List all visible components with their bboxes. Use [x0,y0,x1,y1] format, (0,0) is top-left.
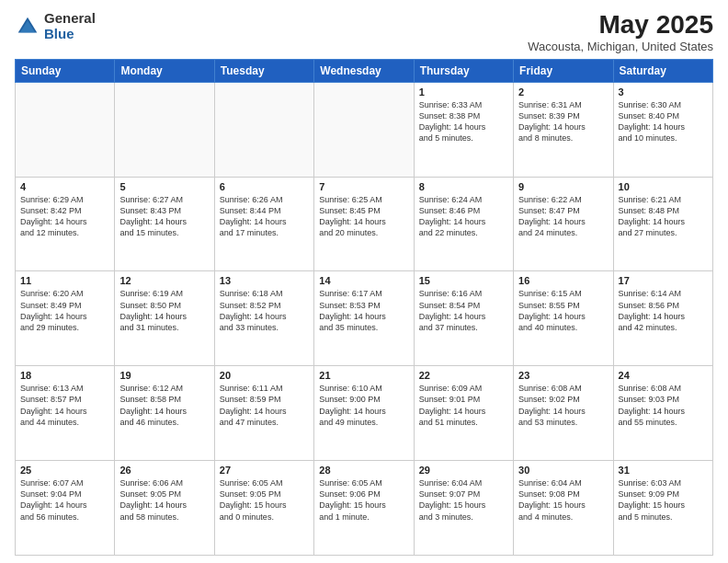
day-info-2-0: Sunrise: 6:20 AM Sunset: 8:49 PM Dayligh… [20,288,109,333]
calendar-cell-1-1: 5Sunrise: 6:27 AM Sunset: 8:43 PM Daylig… [115,177,214,271]
day-info-2-5: Sunrise: 6:15 AM Sunset: 8:55 PM Dayligh… [518,288,608,333]
header-monday: Monday [115,59,214,82]
calendar-cell-3-2: 20Sunrise: 6:11 AM Sunset: 8:59 PM Dayli… [214,366,313,461]
header-sunday: Sunday [16,59,115,82]
day-number-1-6: 10 [619,181,708,192]
title-location: Wacousta, Michigan, United States [528,40,713,53]
day-info-1-6: Sunrise: 6:21 AM Sunset: 8:48 PM Dayligh… [619,194,708,239]
day-info-4-0: Sunrise: 6:07 AM Sunset: 9:04 PM Dayligh… [20,477,109,523]
day-info-3-1: Sunrise: 6:12 AM Sunset: 8:58 PM Dayligh… [119,383,209,428]
calendar-cell-2-0: 11Sunrise: 6:20 AM Sunset: 8:49 PM Dayli… [16,271,115,366]
day-number-4-2: 27 [220,465,309,476]
day-info-2-2: Sunrise: 6:18 AM Sunset: 8:52 PM Dayligh… [220,288,309,333]
header-thursday: Thursday [414,59,513,82]
day-number-3-4: 22 [419,370,508,381]
day-number-4-1: 26 [119,465,209,476]
day-info-1-4: Sunrise: 6:24 AM Sunset: 8:46 PM Dayligh… [419,194,508,239]
logo-blue: Blue [44,27,96,42]
calendar-cell-0-4: 1Sunrise: 6:33 AM Sunset: 8:38 PM Daylig… [414,82,513,177]
day-number-0-4: 1 [419,86,508,98]
calendar-cell-4-0: 25Sunrise: 6:07 AM Sunset: 9:04 PM Dayli… [16,461,115,556]
day-number-4-0: 25 [20,465,109,476]
generalblue-logo-icon [15,14,40,40]
day-number-0-5: 2 [518,86,608,98]
calendar-cell-4-5: 30Sunrise: 6:04 AM Sunset: 9:08 PM Dayli… [514,461,613,556]
header-saturday: Saturday [613,59,712,82]
calendar-cell-1-0: 4Sunrise: 6:29 AM Sunset: 8:42 PM Daylig… [16,177,115,271]
day-number-4-3: 28 [319,465,408,476]
day-info-1-3: Sunrise: 6:25 AM Sunset: 8:45 PM Dayligh… [319,194,408,239]
calendar-cell-0-0 [16,82,115,177]
day-info-3-3: Sunrise: 6:10 AM Sunset: 9:00 PM Dayligh… [319,383,408,428]
day-info-3-2: Sunrise: 6:11 AM Sunset: 8:59 PM Dayligh… [220,383,309,428]
calendar-cell-1-2: 6Sunrise: 6:26 AM Sunset: 8:44 PM Daylig… [214,177,313,271]
title-month: May 2025 [528,11,713,40]
calendar-cell-0-6: 3Sunrise: 6:30 AM Sunset: 8:40 PM Daylig… [613,82,712,177]
title-block: May 2025 Wacousta, Michigan, United Stat… [528,11,713,53]
calendar-cell-2-1: 12Sunrise: 6:19 AM Sunset: 8:50 PM Dayli… [115,271,214,366]
calendar-cell-3-6: 24Sunrise: 6:08 AM Sunset: 9:03 PM Dayli… [613,366,712,461]
day-number-1-1: 5 [119,181,209,192]
week-row-2: 11Sunrise: 6:20 AM Sunset: 8:49 PM Dayli… [16,271,713,366]
day-info-1-0: Sunrise: 6:29 AM Sunset: 8:42 PM Dayligh… [20,194,109,239]
calendar-cell-1-3: 7Sunrise: 6:25 AM Sunset: 8:45 PM Daylig… [314,177,414,271]
calendar-cell-1-4: 8Sunrise: 6:24 AM Sunset: 8:46 PM Daylig… [414,177,513,271]
header-wednesday: Wednesday [314,59,414,82]
day-info-1-1: Sunrise: 6:27 AM Sunset: 8:43 PM Dayligh… [119,194,209,239]
calendar-cell-1-5: 9Sunrise: 6:22 AM Sunset: 8:47 PM Daylig… [514,177,613,271]
day-number-3-6: 24 [619,370,708,381]
day-number-1-4: 8 [419,181,508,192]
day-number-3-0: 18 [20,370,109,381]
day-number-1-5: 9 [518,181,608,192]
logo: General Blue [15,11,96,41]
day-info-4-6: Sunrise: 6:03 AM Sunset: 9:09 PM Dayligh… [619,477,708,523]
day-number-4-5: 30 [518,465,608,476]
calendar-cell-2-3: 14Sunrise: 6:17 AM Sunset: 8:53 PM Dayli… [314,271,414,366]
day-info-0-6: Sunrise: 6:30 AM Sunset: 8:40 PM Dayligh… [619,99,708,144]
day-info-0-5: Sunrise: 6:31 AM Sunset: 8:39 PM Dayligh… [518,99,608,144]
header-friday: Friday [514,59,613,82]
day-number-2-5: 16 [518,275,608,286]
calendar-cell-3-1: 19Sunrise: 6:12 AM Sunset: 8:58 PM Dayli… [115,366,214,461]
calendar-cell-2-4: 15Sunrise: 6:16 AM Sunset: 8:54 PM Dayli… [414,271,513,366]
calendar-cell-3-3: 21Sunrise: 6:10 AM Sunset: 9:00 PM Dayli… [314,366,414,461]
day-number-0-6: 3 [619,86,708,98]
day-info-2-3: Sunrise: 6:17 AM Sunset: 8:53 PM Dayligh… [319,288,408,333]
logo-general: General [44,11,96,27]
day-info-2-1: Sunrise: 6:19 AM Sunset: 8:50 PM Dayligh… [119,288,209,333]
day-number-3-3: 21 [319,370,408,381]
day-info-1-5: Sunrise: 6:22 AM Sunset: 8:47 PM Dayligh… [518,194,608,239]
day-number-2-3: 14 [319,275,408,286]
calendar-cell-4-2: 27Sunrise: 6:05 AM Sunset: 9:05 PM Dayli… [214,461,313,556]
day-info-0-4: Sunrise: 6:33 AM Sunset: 8:38 PM Dayligh… [419,99,508,144]
calendar-cell-2-6: 17Sunrise: 6:14 AM Sunset: 8:56 PM Dayli… [613,271,712,366]
weekday-header-row: Sunday Monday Tuesday Wednesday Thursday… [16,59,713,82]
calendar-cell-0-5: 2Sunrise: 6:31 AM Sunset: 8:39 PM Daylig… [514,82,613,177]
day-number-2-1: 12 [119,275,209,286]
week-row-4: 25Sunrise: 6:07 AM Sunset: 9:04 PM Dayli… [16,461,713,556]
day-info-3-0: Sunrise: 6:13 AM Sunset: 8:57 PM Dayligh… [20,383,109,428]
day-number-1-2: 6 [220,181,309,192]
day-info-4-5: Sunrise: 6:04 AM Sunset: 9:08 PM Dayligh… [518,477,608,523]
calendar-cell-2-5: 16Sunrise: 6:15 AM Sunset: 8:55 PM Dayli… [514,271,613,366]
day-info-4-1: Sunrise: 6:06 AM Sunset: 9:05 PM Dayligh… [119,477,209,523]
day-number-2-0: 11 [20,275,109,286]
calendar-cell-4-4: 29Sunrise: 6:04 AM Sunset: 9:07 PM Dayli… [414,461,513,556]
day-info-3-5: Sunrise: 6:08 AM Sunset: 9:02 PM Dayligh… [518,383,608,428]
week-row-3: 18Sunrise: 6:13 AM Sunset: 8:57 PM Dayli… [16,366,713,461]
page: General Blue May 2025 Wacousta, Michigan… [0,0,728,563]
calendar-table: Sunday Monday Tuesday Wednesday Thursday… [15,59,713,556]
day-number-2-4: 15 [419,275,508,286]
day-number-4-6: 31 [619,465,708,476]
calendar-cell-3-0: 18Sunrise: 6:13 AM Sunset: 8:57 PM Dayli… [16,366,115,461]
calendar-cell-4-3: 28Sunrise: 6:05 AM Sunset: 9:06 PM Dayli… [314,461,414,556]
calendar-cell-0-2 [214,82,313,177]
week-row-0: 1Sunrise: 6:33 AM Sunset: 8:38 PM Daylig… [16,82,713,177]
day-info-1-2: Sunrise: 6:26 AM Sunset: 8:44 PM Dayligh… [220,194,309,239]
day-number-1-0: 4 [20,181,109,192]
day-number-3-1: 19 [119,370,209,381]
calendar-cell-2-2: 13Sunrise: 6:18 AM Sunset: 8:52 PM Dayli… [214,271,313,366]
day-number-3-5: 23 [518,370,608,381]
week-row-1: 4Sunrise: 6:29 AM Sunset: 8:42 PM Daylig… [16,177,713,271]
day-info-2-6: Sunrise: 6:14 AM Sunset: 8:56 PM Dayligh… [619,288,708,333]
